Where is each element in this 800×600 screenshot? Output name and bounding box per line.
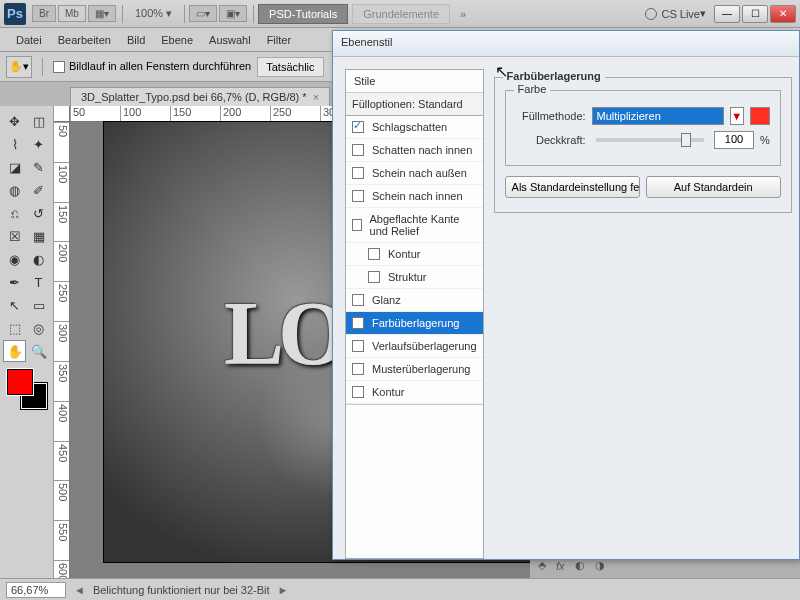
gradient-tool[interactable]: ▦ <box>27 225 50 247</box>
style-row[interactable]: Kontur <box>346 381 483 404</box>
adjustment-icon[interactable]: ◑ <box>595 559 605 572</box>
style-checkbox[interactable] <box>352 144 364 156</box>
style-checkbox[interactable] <box>352 386 364 398</box>
scroll-all-checkbox[interactable]: Bildlauf in allen Fenstern durchführen <box>53 60 251 73</box>
style-checkbox[interactable] <box>352 363 364 375</box>
menu-bild[interactable]: Bild <box>119 30 153 50</box>
color-swatches[interactable] <box>7 369 47 409</box>
type-tool[interactable]: T <box>27 271 50 293</box>
marquee-tool[interactable]: ◫ <box>27 110 50 132</box>
menu-filter[interactable]: Filter <box>259 30 299 50</box>
style-checkbox[interactable] <box>368 271 380 283</box>
style-row[interactable]: Musterüberlagerung <box>346 358 483 381</box>
eraser-tool[interactable]: ☒ <box>3 225 26 247</box>
stamp-tool[interactable]: ⎌ <box>3 202 26 224</box>
style-checkbox[interactable] <box>352 167 364 179</box>
menu-datei[interactable]: Datei <box>8 30 50 50</box>
maximize-button[interactable]: ☐ <box>742 5 768 23</box>
lasso-tool[interactable]: ⌇ <box>3 133 26 155</box>
workspace-psd-tutorials[interactable]: PSD-Tutorials <box>258 4 348 24</box>
menu-auswahl[interactable]: Auswahl <box>201 30 259 50</box>
status-next-icon[interactable]: ► <box>278 584 289 596</box>
wand-tool[interactable]: ✦ <box>27 133 50 155</box>
workspace-more-icon[interactable]: » <box>454 8 472 20</box>
move-tool[interactable]: ✥ <box>3 110 26 132</box>
style-checkbox[interactable] <box>352 121 364 133</box>
style-checkbox[interactable] <box>368 248 380 260</box>
status-prev-icon[interactable]: ◄ <box>74 584 85 596</box>
workspace-grundelemente[interactable]: Grundelemente <box>352 4 450 24</box>
bridge-button[interactable]: Br <box>32 5 56 22</box>
3d-tool[interactable]: ⬚ <box>3 317 26 339</box>
make-default-button[interactable]: Als Standardeinstellung festlegen <box>505 176 640 198</box>
style-checkbox[interactable] <box>352 294 364 306</box>
mask-icon[interactable]: ◐ <box>575 559 585 572</box>
dodge-tool[interactable]: ◐ <box>27 248 50 270</box>
3d-camera-tool[interactable]: ◎ <box>27 317 50 339</box>
minibridge-button[interactable]: Mb <box>58 5 86 22</box>
arrange-button[interactable]: ▭▾ <box>189 5 217 22</box>
hand-tool-indicator[interactable]: ✋▾ <box>6 56 32 78</box>
opacity-input[interactable]: 100 <box>714 131 754 149</box>
reset-default-button[interactable]: Auf Standardein <box>646 176 781 198</box>
style-row[interactable]: Abgeflachte Kante und Relief <box>346 208 483 243</box>
zoom-display[interactable]: 100% ▾ <box>127 7 180 20</box>
fg-color-swatch[interactable] <box>7 369 33 395</box>
style-label: Schein nach außen <box>372 167 467 179</box>
combo-arrow-icon[interactable]: ▼ <box>730 107 744 125</box>
style-row[interactable]: Glanz <box>346 289 483 312</box>
canvas-3d-text: LO <box>224 282 342 385</box>
brush-tool[interactable]: ✐ <box>27 179 50 201</box>
overlay-color-swatch[interactable] <box>750 107 770 125</box>
style-checkbox[interactable] <box>352 219 362 231</box>
cslive-icon <box>645 8 657 20</box>
zoom-tool[interactable]: 🔍 <box>27 340 50 362</box>
document-tab[interactable]: 3D_Splatter_Typo.psd bei 66,7% (D, RGB/8… <box>70 87 330 106</box>
status-message: Belichtung funktioniert nur bei 32-Bit <box>93 584 270 596</box>
opacity-label: Deckkraft: <box>516 134 586 146</box>
ruler-origin[interactable] <box>54 106 70 122</box>
path-select-tool[interactable]: ↖ <box>3 294 26 316</box>
blur-tool[interactable]: ◉ <box>3 248 26 270</box>
pen-tool[interactable]: ✒ <box>3 271 26 293</box>
dialog-titlebar[interactable]: Ebenenstil <box>333 31 799 57</box>
style-checkbox[interactable] <box>352 317 364 329</box>
link-layers-icon[interactable]: ⬘ <box>538 559 546 572</box>
styles-header: Stile <box>346 70 483 93</box>
style-checkbox[interactable] <box>352 190 364 202</box>
style-row[interactable]: Schatten nach innen <box>346 139 483 162</box>
opacity-slider[interactable] <box>596 138 704 142</box>
menu-ebene[interactable]: Ebene <box>153 30 201 50</box>
style-settings-panel: Farbüberlagerung Farbe Füllmethode: Mult… <box>484 69 800 559</box>
menu-bearbeiten[interactable]: Bearbeiten <box>50 30 119 50</box>
screen-mode-button[interactable]: ▣▾ <box>219 5 247 22</box>
style-row[interactable]: Verlaufsüberlagerung <box>346 335 483 358</box>
close-button[interactable]: ✕ <box>770 5 796 23</box>
shape-tool[interactable]: ▭ <box>27 294 50 316</box>
slider-thumb[interactable] <box>681 133 691 147</box>
history-brush-tool[interactable]: ↺ <box>27 202 50 224</box>
style-row[interactable]: Fülloptionen: Standard <box>346 93 483 116</box>
percent-label: % <box>760 134 770 146</box>
minimize-button[interactable]: — <box>714 5 740 23</box>
ruler-vertical[interactable]: 50100150200250300350400450500550600 <box>54 122 70 600</box>
heal-tool[interactable]: ◍ <box>3 179 26 201</box>
style-row[interactable]: Schlagschatten <box>346 116 483 139</box>
blend-mode-combo[interactable]: Multiplizieren <box>592 107 724 125</box>
actual-pixels-button[interactable]: Tatsächlic <box>257 57 323 77</box>
status-zoom-input[interactable]: 66,67% <box>6 582 66 598</box>
eyedropper-tool[interactable]: ✎ <box>27 156 50 178</box>
style-checkbox[interactable] <box>352 340 364 352</box>
style-row[interactable]: Farbüberlagerung <box>346 312 483 335</box>
crop-tool[interactable]: ◪ <box>3 156 26 178</box>
hand-tool[interactable]: ✋ <box>3 340 26 362</box>
style-label: Glanz <box>372 294 401 306</box>
fx-icon[interactable]: fx <box>556 560 565 572</box>
style-row[interactable]: Schein nach außen <box>346 162 483 185</box>
style-row[interactable]: Schein nach innen <box>346 185 483 208</box>
style-row[interactable]: Struktur <box>346 266 483 289</box>
tab-close-icon[interactable]: × <box>313 91 319 103</box>
view-extras-button[interactable]: ▦▾ <box>88 5 116 22</box>
style-row[interactable]: Kontur <box>346 243 483 266</box>
cslive-button[interactable]: CS Live ▾ <box>645 7 706 20</box>
